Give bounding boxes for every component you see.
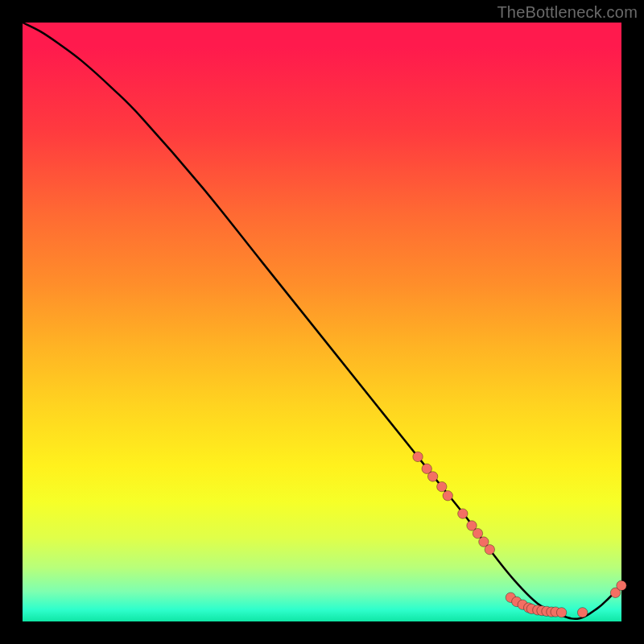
chart-stage: TheBottleneck.com — [0, 0, 644, 644]
data-marker — [443, 491, 452, 501]
data-marker — [577, 608, 587, 617]
data-marker — [617, 580, 626, 590]
bottleneck-curve — [23, 23, 621, 619]
watermark-text: TheBottleneck.com — [497, 3, 638, 22]
chart-svg — [23, 23, 621, 621]
data-marker — [458, 509, 468, 518]
data-marker — [485, 545, 494, 555]
data-marker — [473, 528, 482, 538]
data-marker — [427, 472, 437, 481]
data-marker — [437, 481, 447, 491]
data-marker — [556, 608, 566, 617]
plot-area — [23, 23, 621, 621]
marker-layer — [413, 452, 626, 617]
data-marker — [413, 452, 423, 461]
